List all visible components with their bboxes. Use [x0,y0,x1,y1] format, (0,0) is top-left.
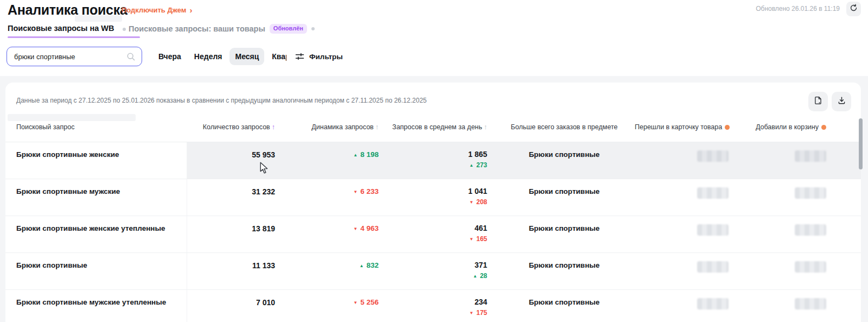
count-cell: 13 819 [187,216,279,252]
connect-jam-label: Подключить Джем [122,6,186,14]
blurred-value [795,298,826,310]
avg-change-value: 208 [476,198,487,206]
column-header-most-orders: Больше всего заказов в предмете [494,123,635,131]
tab-search-queries-your-goods[interactable]: Поисковые запросы: ваши товары Обновлён [129,24,315,34]
download-button[interactable] [832,92,851,111]
panel-header: Данные за период с 27.12.2025 по 25.01.2… [5,83,861,112]
search-input[interactable] [7,53,126,61]
avg-value: 461 [385,224,487,232]
category-cell: Брюки спортивные [494,142,635,179]
add-to-cart-cell [738,290,861,322]
column-header-query: Поисковый запрос [5,123,187,131]
dynamics-value: 5 256 [360,298,379,306]
avg-change-value: 165 [476,235,487,243]
avg-value: 1 865 [385,150,487,159]
trend-arrow-icon: ▲ [469,163,474,168]
table-row[interactable]: Брюки спортивные женские 55 953 ▲8 198 1… [5,142,861,179]
avg-value: 371 [385,261,487,269]
blurred-value [795,261,826,273]
table-row[interactable]: Брюки спортивные мужские 31 232 ▼6 233 1… [5,179,861,216]
category-cell: Брюки спортивные [494,216,635,252]
avg-change-value: 273 [476,161,487,169]
refresh-button[interactable] [846,2,861,16]
dynamics-value: 8 198 [360,150,379,159]
query-cell: Брюки спортивные мужские [5,179,187,216]
dynamics-cell: ▼4 963 [279,216,385,252]
filters-button[interactable]: Фильтры [286,46,352,67]
period-yesterday-button[interactable]: Вчера [153,48,187,65]
trend-arrow-icon: ▼ [469,311,474,315]
top-bar: Аналитика поиска Подключить Джем› Обновл… [0,0,868,76]
add-to-cart-cell [738,253,861,289]
blurred-value [795,187,826,199]
column-header-dynamics[interactable]: Динамика запросов↑ [279,123,385,131]
export-file-button[interactable] [808,92,828,111]
sliders-icon [295,52,304,61]
blurred-value [795,224,826,236]
avg-per-day-cell: 371 ▲28 [385,253,494,289]
locked-metric-dot-icon [725,125,730,130]
avg-per-day-cell: 234 ▼175 [385,290,494,322]
blurred-value [697,298,729,310]
card-opens-cell [635,142,738,179]
period-month-button[interactable]: Месяц [229,48,264,65]
category-cell: Брюки спортивные [494,179,635,216]
connect-jam-link[interactable]: Подключить Джем› [122,6,192,14]
tab-label: Поисковые запросы: ваши товары [129,24,265,33]
blurred-value [697,224,729,236]
query-cell: Брюки спортивные мужские утепленные [5,290,187,322]
active-tab-underline [8,36,140,38]
column-header-card-opens: Перешли в карточку товара [635,123,738,131]
blurred-value [697,150,729,162]
column-header-count[interactable]: Количество запросов↑ [187,123,279,131]
info-dot-icon [311,27,315,30]
trend-arrow-icon: ▲ [353,153,358,157]
dynamics-cell: ▼5 256 [279,290,385,322]
table-header-row: Поисковый запрос Количество запросов↑ Ди… [5,112,861,142]
locked-metric-dot-icon [821,125,826,130]
query-cell: Брюки спортивные женские [5,142,187,179]
dynamics-cell: ▼6 233 [279,179,385,216]
avg-per-day-cell: 1 041 ▼208 [385,179,494,216]
dynamics-value: 832 [366,261,379,269]
trend-arrow-icon: ▼ [469,237,474,242]
refresh-icon [850,4,858,14]
table-row[interactable]: Брюки спортивные 11 133 ▲832 371 ▲28 Брю… [5,253,861,290]
query-cell: Брюки спортивные женские утепленные [5,216,187,252]
avg-per-day-cell: 461 ▼165 [385,216,494,252]
period-week-button[interactable]: Неделя [189,48,228,65]
add-to-cart-cell [738,179,861,216]
count-cell: 55 953 [187,142,279,179]
sort-arrow-icon: ↑ [375,123,379,131]
category-cell: Брюки спортивные [494,290,635,322]
vertical-scrollbar[interactable] [859,118,863,169]
download-icon [837,96,846,108]
last-updated-label: Обновлено 26.01.26 в 11:19 [756,5,840,12]
sort-arrow-icon: ↑ [272,123,275,131]
add-to-cart-cell [738,142,861,179]
table-row[interactable]: Брюки спортивные мужские утепленные 7 01… [5,290,861,322]
table-row[interactable]: Брюки спортивные женские утепленные 13 8… [5,216,861,253]
trend-arrow-icon: ▼ [469,200,474,205]
avg-value: 234 [385,298,487,306]
add-to-cart-cell [738,216,861,252]
count-cell: 11 133 [187,253,279,289]
tab-search-queries-wb[interactable]: Поисковые запросы на WB [8,24,114,33]
filters-label: Фильтры [309,53,343,61]
query-cell: Брюки спортивные [5,253,187,289]
avg-value: 1 041 [385,187,487,195]
card-opens-cell [635,216,738,252]
card-opens-cell [635,290,738,322]
trend-arrow-icon: ▼ [353,190,358,194]
period-note: Данные за период с 27.12.2025 по 25.01.2… [16,97,426,104]
dynamics-value: 6 233 [360,187,379,195]
column-header-avg-per-day[interactable]: Запросов в среднем за день↑ [385,123,494,131]
search-box[interactable] [7,47,142,66]
blurred-patch [75,15,122,22]
count-cell: 31 232 [187,179,279,216]
trend-arrow-icon: ▲ [473,274,477,279]
avg-change-value: 28 [480,272,487,280]
card-opens-cell [635,253,738,289]
trend-arrow-icon: ▼ [353,226,358,231]
dynamics-cell: ▲8 198 [279,142,385,179]
